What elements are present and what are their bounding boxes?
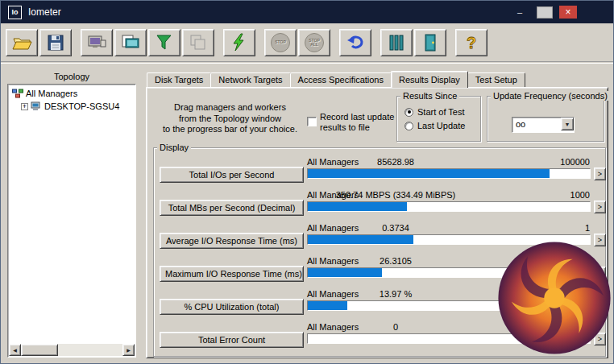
tree-node-all-managers[interactable]: All Managers (12, 89, 77, 98)
record-results-label: Record last update results to file (320, 112, 402, 133)
radio-label: Start of Test (417, 107, 465, 117)
radio-start-of-test[interactable]: Start of Test (404, 107, 465, 117)
scrollbar-thumb[interactable] (21, 344, 58, 356)
metric-button[interactable]: Maximum I/O Response Time (ms) (160, 266, 304, 282)
tab-access-specifications[interactable]: Access Specifications (290, 72, 392, 87)
radio-label: Last Update (417, 121, 465, 130)
exit-button[interactable] (414, 29, 446, 56)
progress-fill (308, 268, 382, 277)
tab-disk-targets[interactable]: Disk Targets (147, 72, 211, 87)
row-max: 1 (348, 223, 590, 233)
columns-icon (386, 32, 407, 53)
funnel-icon (154, 32, 175, 53)
start-disk-worker-button[interactable] (148, 29, 180, 56)
stop-test-button[interactable]: STOP (264, 29, 297, 56)
open-file-button[interactable] (6, 29, 38, 56)
app-logo-icon: Io (8, 6, 22, 19)
drag-line: from the Topology window (151, 114, 309, 125)
metric-button[interactable]: Total MBs per Second (Decimal) (160, 200, 304, 216)
access-specifications-button[interactable] (380, 29, 413, 56)
duplicate-icon (188, 32, 209, 53)
dropdown-arrow-icon[interactable]: ▼ (561, 118, 574, 130)
scroll-right-button[interactable]: ▶ (122, 344, 135, 356)
results-since-group: Results Since Start of Test Last Update (396, 96, 481, 142)
start-network-worker-button[interactable] (114, 29, 147, 56)
combo-value: oo (512, 118, 561, 132)
display-row: Total I/Os per SecondAll Managers85628.9… (154, 155, 605, 188)
record-results-checkbox[interactable] (307, 117, 317, 126)
scrollbar-track[interactable] (58, 344, 122, 356)
display-row: Total MBs per Second (Decimal)All Manage… (154, 188, 605, 221)
kitguru-logo (497, 241, 612, 355)
update-frequency-legend: Update Frequency (seconds) (491, 91, 610, 101)
computer-icon (31, 101, 42, 111)
network-computer-icon (120, 32, 141, 53)
progress-fill (308, 301, 347, 310)
tab-test-setup[interactable]: Test Setup (467, 72, 525, 87)
tree-node-label: All Managers (26, 89, 77, 98)
drag-instructions: Drag managers and workers from the Topol… (151, 102, 309, 135)
update-frequency-group: Update Frequency (seconds) oo ▼ (487, 96, 604, 142)
title-bar: Io Iometer – × (1, 1, 613, 23)
kitguru-swirl-icon (497, 241, 612, 355)
tree-node-desktop[interactable]: + DESKTOP-SGSU4 (21, 101, 119, 111)
tab-results-display[interactable]: Results Display (391, 71, 468, 88)
help-button[interactable]: ? (455, 29, 487, 56)
expand-row-button[interactable]: > (594, 201, 606, 213)
open-folder-icon (11, 32, 32, 53)
tree-node-label: DESKTOP-SGSU4 (44, 101, 119, 111)
results-since-legend: Results Since (400, 91, 459, 101)
expand-row-button[interactable]: > (594, 168, 606, 180)
update-frequency-select[interactable]: oo ▼ (512, 117, 575, 133)
topology-tree[interactable]: All Managers + DESKTOP-SGSU4 ◀ ▶ (7, 84, 136, 358)
computer-icon (86, 32, 107, 53)
tab-network-targets[interactable]: Network Targets (210, 72, 290, 87)
undo-arrow-icon (345, 32, 366, 53)
maximize-button[interactable] (537, 6, 553, 19)
drag-line: to the progress bar of your choice. (151, 124, 309, 135)
toolbar: STOP STOPALL ? (1, 23, 613, 62)
scroll-left-button[interactable]: ◀ (9, 344, 21, 356)
topology-title: Topology (7, 72, 136, 81)
stop-all-tests-button[interactable]: STOPALL (298, 29, 330, 56)
lightning-start-icon (229, 32, 250, 53)
floppy-disk-icon (45, 32, 66, 53)
radio-icon[interactable] (404, 122, 413, 130)
window-title: Iometer (28, 6, 61, 18)
metric-button[interactable]: Total Error Count (160, 332, 304, 348)
duplicate-worker-button[interactable] (182, 29, 214, 56)
stop-all-icon: STOPALL (305, 33, 324, 52)
progress-track (307, 201, 591, 212)
iometer-window: Io Iometer – × (0, 0, 614, 364)
tab-strip: Disk Targets Network Targets Access Spec… (147, 70, 525, 87)
progress-fill (308, 235, 413, 244)
drag-line: Drag managers and workers (151, 102, 309, 114)
start-manager-button[interactable] (81, 29, 113, 56)
row-max: 100000 (348, 157, 590, 167)
minimize-button[interactable]: – (509, 5, 530, 19)
help-question-icon: ? (461, 32, 482, 53)
reset-workers-button[interactable] (339, 29, 371, 56)
radio-icon[interactable] (404, 108, 413, 117)
managers-icon (12, 89, 23, 98)
metric-button[interactable]: % CPU Utilization (total) (160, 299, 304, 315)
expand-node-button[interactable]: + (21, 103, 28, 110)
display-legend: Display (157, 143, 191, 152)
start-tests-button[interactable] (223, 29, 255, 56)
save-file-button[interactable] (39, 29, 72, 56)
exit-door-icon (420, 32, 441, 53)
svg-text:?: ? (467, 34, 476, 52)
stop-icon: STOP (271, 33, 290, 52)
horizontal-scrollbar[interactable]: ◀ ▶ (9, 344, 135, 356)
metric-button[interactable]: Total I/Os per Second (160, 167, 304, 183)
progress-fill (308, 169, 550, 178)
progress-track (307, 168, 591, 179)
radio-last-update[interactable]: Last Update (404, 121, 465, 130)
window-controls: – × (503, 1, 577, 23)
close-button[interactable]: × (559, 6, 577, 19)
progress-fill (308, 202, 407, 211)
row-max: 1000 (348, 190, 590, 200)
metric-button[interactable]: Average I/O Response Time (ms) (160, 233, 304, 249)
